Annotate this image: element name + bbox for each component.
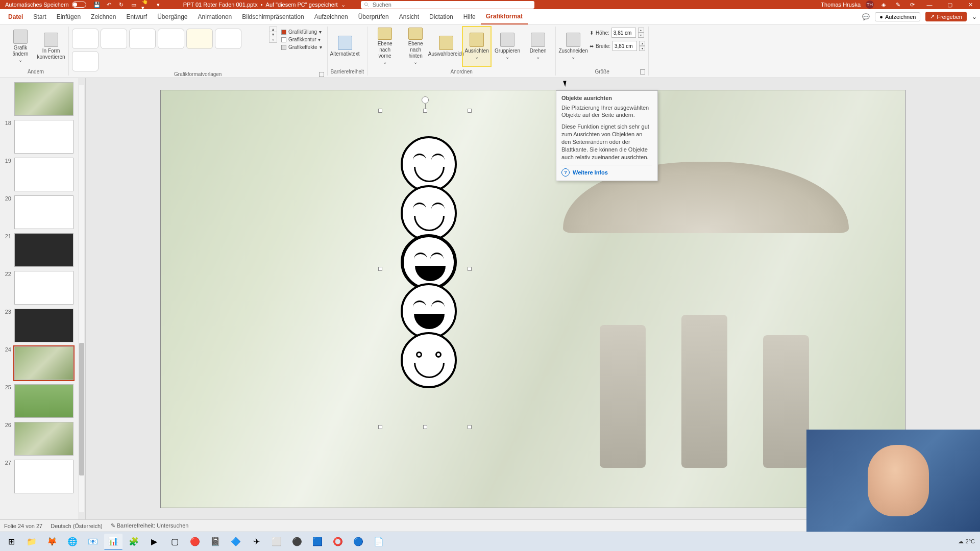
ebene-nach-vorne-button[interactable]: Ebene nach vorne⌄ bbox=[371, 27, 399, 66]
tab-uebergaenge[interactable]: Übergänge bbox=[152, 9, 192, 24]
selection-bounding-box[interactable] bbox=[380, 111, 470, 427]
language-indicator[interactable]: Deutsch (Österreich) bbox=[51, 523, 102, 529]
outlook-icon[interactable]: 📧 bbox=[84, 534, 102, 550]
gallery-scroll[interactable]: ▴▾▿ bbox=[269, 27, 277, 43]
ribbon-options-icon[interactable]: ⌄ bbox=[972, 13, 977, 20]
record-button[interactable]: ● Aufzeichnen bbox=[875, 12, 920, 21]
height-spinner[interactable]: ▴▾ bbox=[638, 28, 644, 38]
tab-entwurf[interactable]: Entwurf bbox=[121, 9, 152, 24]
tab-bildschirm[interactable]: Bildschirmpräsentation bbox=[237, 9, 309, 24]
launcher-icon[interactable] bbox=[640, 69, 645, 74]
grafikfuellung-button[interactable]: Grafikfüllung ▾ bbox=[279, 29, 324, 35]
app-icon[interactable]: ▢ bbox=[165, 534, 184, 550]
telegram-icon[interactable]: ✈ bbox=[247, 534, 265, 550]
slide-thumbnail[interactable]: 24 bbox=[0, 344, 85, 382]
launcher-icon[interactable] bbox=[319, 72, 324, 77]
emoji-graphics[interactable] bbox=[401, 136, 457, 388]
tab-start[interactable]: Start bbox=[28, 9, 51, 24]
autosave-toggle[interactable]: Automatisches Speichern bbox=[2, 2, 89, 8]
qat-more-icon[interactable]: ▾ bbox=[154, 0, 163, 9]
slide-thumbnail[interactable]: 21 bbox=[0, 231, 85, 269]
weather-widget[interactable]: ☁ 2°C bbox=[958, 538, 975, 545]
tab-hilfe[interactable]: Hilfe bbox=[458, 9, 481, 24]
undo-icon[interactable]: ↶ bbox=[105, 0, 114, 9]
vlc-icon[interactable]: ▶ bbox=[145, 534, 163, 550]
drehen-button[interactable]: Drehen⌄ bbox=[524, 27, 552, 66]
grafikkontur-button[interactable]: Grafikkontur ▾ bbox=[279, 36, 324, 43]
chrome-icon[interactable]: 🌐 bbox=[63, 534, 82, 550]
touch-icon[interactable]: 👆▾ bbox=[141, 0, 151, 9]
slide-thumbnail[interactable]: 27 bbox=[0, 458, 85, 495]
accessibility-check[interactable]: ✎ Barrierefreiheit: Untersuchen bbox=[111, 522, 189, 529]
app-icon[interactable]: ⚫ bbox=[288, 534, 306, 550]
tab-animationen[interactable]: Animationen bbox=[193, 9, 237, 24]
width-spinner[interactable]: ▴▾ bbox=[639, 41, 645, 51]
tab-ueberpruefen[interactable]: Überprüfen bbox=[353, 9, 394, 24]
thumb-scrollbar[interactable] bbox=[78, 78, 85, 519]
onenote-icon[interactable]: 📓 bbox=[206, 534, 225, 550]
search-input[interactable]: Suchen bbox=[361, 1, 534, 9]
user-name: Thomas Hruska bbox=[821, 2, 861, 8]
app-icon[interactable]: 🔵 bbox=[349, 534, 368, 550]
slide-thumbnail[interactable] bbox=[0, 80, 85, 118]
powerpoint-icon[interactable]: 📊 bbox=[104, 534, 122, 550]
slide-thumbnail[interactable]: 18 bbox=[0, 118, 85, 156]
slide-thumbnail[interactable]: 25 bbox=[0, 382, 85, 420]
tab-dictation[interactable]: Dictation bbox=[424, 9, 458, 24]
diamond-icon[interactable]: ◈ bbox=[879, 0, 888, 9]
tab-einfuegen[interactable]: Einfügen bbox=[52, 9, 86, 24]
save-icon[interactable]: 💾 bbox=[92, 0, 102, 9]
app-icon[interactable]: 🟦 bbox=[308, 534, 327, 550]
ebene-nach-hinten-button[interactable]: Ebene nach hinten⌄ bbox=[401, 27, 430, 66]
tab-aufzeichnen[interactable]: Aufzeichnen bbox=[309, 9, 353, 24]
rotation-handle[interactable] bbox=[422, 96, 429, 104]
sync-icon[interactable]: ⟳ bbox=[908, 0, 917, 9]
close-button[interactable]: ✕ bbox=[963, 0, 978, 9]
slide-thumbnail[interactable]: 20 bbox=[0, 193, 85, 231]
minimize-button[interactable]: — bbox=[922, 0, 937, 9]
app-icon[interactable]: 📄 bbox=[370, 534, 388, 550]
height-input[interactable] bbox=[611, 28, 636, 38]
pen-icon[interactable]: ✎ bbox=[893, 0, 902, 9]
app-icon[interactable]: ⭕ bbox=[329, 534, 347, 550]
alternativtext-button[interactable]: Alternativtext bbox=[331, 27, 359, 66]
title-dropdown-icon[interactable]: ⌄ bbox=[341, 2, 346, 8]
group-barrierefreiheit: Barrierefreiheit bbox=[331, 69, 364, 76]
firefox-icon[interactable]: 🦊 bbox=[43, 534, 61, 550]
slide-thumbnail[interactable]: 23 bbox=[0, 307, 85, 344]
tab-grafikformat[interactable]: Grafikformat bbox=[481, 9, 528, 24]
tab-ansicht[interactable]: Ansicht bbox=[394, 9, 424, 24]
shape-style-gallery[interactable] bbox=[72, 27, 266, 71]
tooltip-more-link[interactable]: Weitere Infos bbox=[561, 165, 652, 177]
slide-counter[interactable]: Folie 24 von 27 bbox=[4, 523, 42, 529]
auswahlbereich-button[interactable]: Auswahlbereich bbox=[432, 27, 460, 66]
tab-zeichnen[interactable]: Zeichnen bbox=[86, 9, 121, 24]
grafikeffekte-button[interactable]: Grafikeffekte ▾ bbox=[279, 44, 324, 51]
explorer-icon[interactable]: 📁 bbox=[22, 534, 41, 550]
ausrichten-button[interactable]: Ausrichten⌄ bbox=[462, 27, 491, 66]
comments-icon[interactable]: 💬 bbox=[862, 13, 870, 20]
gruppieren-button[interactable]: Gruppieren⌄ bbox=[493, 27, 522, 66]
width-input[interactable] bbox=[612, 41, 637, 51]
slide-thumbnail[interactable]: 22 bbox=[0, 269, 85, 307]
maximize-button[interactable]: ▢ bbox=[942, 0, 958, 9]
share-button[interactable]: ↗ Freigeben bbox=[925, 12, 967, 21]
app-icon[interactable]: 🔴 bbox=[186, 534, 204, 550]
slide-thumbnail[interactable]: 19 bbox=[0, 156, 85, 193]
slide-thumbnail[interactable]: 26 bbox=[0, 420, 85, 458]
svg-line-1 bbox=[367, 5, 369, 7]
redo-icon[interactable]: ↻ bbox=[117, 0, 126, 9]
group-formatvorlagen: Grafikformatvorlagen bbox=[72, 71, 324, 78]
ribbon-content: Grafik ändern⌄ In Form konvertieren Ände… bbox=[0, 24, 980, 78]
tab-datei[interactable]: Datei bbox=[3, 9, 28, 24]
user-avatar[interactable]: TH bbox=[866, 1, 874, 9]
visio-icon[interactable]: 🔷 bbox=[227, 534, 245, 550]
slide-canvas[interactable]: Objekte ausrichten Die Platzierung Ihrer… bbox=[160, 90, 905, 508]
app-icon[interactable]: ⬜ bbox=[267, 534, 286, 550]
in-form-konvertieren-button[interactable]: In Form konvertieren bbox=[37, 27, 65, 66]
present-icon[interactable]: ▭ bbox=[129, 0, 138, 9]
zuschneiden-button[interactable]: Zuschneiden⌄ bbox=[559, 27, 587, 66]
app-icon[interactable]: 🧩 bbox=[125, 534, 143, 550]
start-button[interactable]: ⊞ bbox=[2, 534, 20, 550]
grafik-aendern-button[interactable]: Grafik ändern⌄ bbox=[6, 27, 35, 66]
